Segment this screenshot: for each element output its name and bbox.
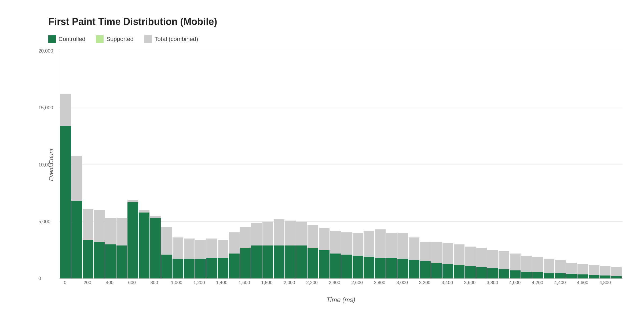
x-tick-slot	[588, 280, 599, 285]
x-tick-slot	[363, 280, 374, 285]
y-tick-5000: 5,000	[38, 219, 50, 224]
bar-group	[240, 51, 251, 278]
bar-controlled	[262, 245, 273, 278]
bar-group	[273, 51, 285, 278]
chart-area: Event Count 20,000 15,000 10,000 5,000 0	[59, 51, 623, 279]
y-tick-20000: 20,000	[38, 48, 53, 54]
bar-group	[476, 51, 487, 278]
x-tick-slot: 200	[82, 280, 93, 285]
bar-group	[127, 51, 138, 278]
x-tick-slot	[318, 280, 329, 285]
bar-group	[251, 51, 262, 278]
bar-group	[60, 51, 71, 278]
total-label: Total (combined)	[155, 36, 198, 43]
x-tick-slot: 2,000	[284, 280, 295, 285]
bar-group	[555, 51, 566, 278]
bar-controlled	[195, 259, 206, 278]
bar-controlled	[353, 256, 363, 278]
bar-group	[510, 51, 521, 278]
x-tick-slot	[498, 280, 509, 285]
controlled-label: Controlled	[58, 36, 85, 43]
x-tick-slot	[408, 280, 419, 285]
bar-group	[498, 51, 510, 278]
x-tick-slot: 3,000	[396, 280, 408, 285]
y-tick-10000: 10,000	[38, 162, 53, 168]
x-tick-slot: 4,000	[509, 280, 521, 285]
bar-group	[82, 51, 94, 278]
x-axis-label: Time (ms)	[59, 296, 623, 304]
bar-controlled	[71, 201, 82, 278]
chart-title: First Paint Time Distribution (Mobile)	[48, 16, 623, 27]
bar-group	[375, 51, 386, 278]
x-axis-labels: 02004006008001,0001,2001,4001,6001,8002,…	[59, 280, 623, 291]
bar-group	[195, 51, 206, 278]
chart-container: First Paint Time Distribution (Mobile) C…	[0, 0, 644, 335]
bar-group	[577, 51, 588, 278]
bar-controlled	[173, 259, 183, 278]
bar-group	[71, 51, 82, 278]
x-tick-slot: 3,200	[419, 280, 431, 285]
x-tick-slot	[453, 280, 464, 285]
bar-controlled	[577, 274, 588, 278]
x-tick-slot	[115, 280, 127, 285]
bar-group	[229, 51, 240, 278]
bar-controlled	[611, 276, 622, 278]
bar-group	[296, 51, 307, 278]
x-tick-slot	[430, 280, 442, 285]
bar-controlled	[397, 259, 408, 278]
bar-controlled	[251, 245, 262, 278]
bar-group	[184, 51, 195, 278]
x-tick-slot	[205, 280, 216, 285]
bar-controlled	[555, 273, 566, 278]
x-tick-slot	[182, 280, 194, 285]
bar-group	[363, 51, 375, 278]
x-tick-slot	[340, 280, 352, 285]
bar-group	[465, 51, 476, 278]
bar-controlled	[521, 272, 532, 278]
x-tick-slot: 400	[104, 280, 115, 285]
bar-group	[341, 51, 352, 278]
bar-controlled	[116, 245, 127, 278]
bar-group	[487, 51, 498, 278]
bar-controlled	[589, 275, 599, 278]
bar-group	[611, 51, 622, 278]
bar-controlled	[532, 272, 543, 278]
x-tick-slot	[160, 280, 171, 285]
bar-controlled	[544, 273, 554, 278]
legend: Controlled Supported Total (combined)	[48, 35, 623, 43]
bar-controlled	[364, 257, 374, 278]
x-tick-slot	[385, 280, 397, 285]
x-tick-slot: 0	[60, 280, 71, 285]
bar-controlled	[240, 248, 251, 278]
x-tick-slot	[566, 280, 577, 285]
bar-controlled	[274, 245, 284, 278]
bar-controlled	[127, 202, 138, 278]
x-tick-slot	[228, 280, 239, 285]
bar-controlled	[206, 258, 217, 278]
bar-group	[431, 51, 442, 278]
bar-controlled	[229, 254, 240, 278]
legend-item-total: Total (combined)	[144, 35, 198, 43]
controlled-swatch	[48, 35, 56, 43]
bar-controlled	[510, 270, 521, 278]
bar-controlled	[60, 126, 71, 278]
bar-group	[285, 51, 296, 278]
x-tick-slot: 2,400	[329, 280, 340, 285]
x-tick-slot: 1,000	[171, 280, 182, 285]
bar-group	[352, 51, 364, 278]
x-tick-slot: 4,800	[599, 280, 611, 285]
bar-controlled	[139, 213, 149, 278]
bar-controlled	[150, 218, 161, 278]
bar-controlled	[184, 259, 195, 278]
bar-group	[217, 51, 229, 278]
bar-group	[172, 51, 184, 278]
bar-controlled	[600, 276, 611, 278]
bar-controlled	[566, 274, 577, 278]
bar-controlled	[454, 265, 464, 278]
x-tick-slot	[138, 280, 149, 285]
bar-controlled	[386, 258, 397, 278]
supported-label: Supported	[106, 36, 134, 43]
x-tick-slot: 1,400	[216, 280, 228, 285]
x-tick-slot: 2,800	[374, 280, 385, 285]
bar-controlled	[285, 245, 296, 278]
